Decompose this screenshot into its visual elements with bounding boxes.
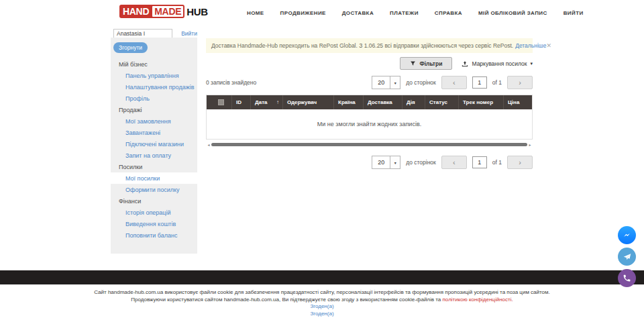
pagination-bottom: 20 ▾ до сторінок ‹ of 1 › [206,155,533,170]
chevron-down-icon: ▾ [390,76,400,89]
prev-page-button[interactable]: ‹ [441,156,467,169]
page-number-input[interactable] [472,156,487,168]
sidebar-item-payment-request[interactable]: Запит на оплату [111,150,197,161]
sidebar-item-my-orders[interactable]: Мої замовлення [111,115,197,127]
col-status[interactable]: Статус [425,95,459,109]
select-all-checkbox[interactable] [218,99,224,105]
nav-item-help[interactable]: СПРАВКА [435,10,462,16]
next-page-button[interactable]: › [507,156,533,169]
sidebar: Згорнути Мій бізнес Панель управління На… [111,38,197,254]
page-number-input[interactable] [472,76,487,89]
sidebar-item-operations-history[interactable]: Історія операцій [111,207,197,218]
col-track-number[interactable]: Трек номер [459,95,504,109]
nav-item-home[interactable]: HOME [247,10,264,16]
sidebar-item-uploaded[interactable]: Завантажені [111,127,197,138]
sidebar-section-my-business: Мій бізнес [111,58,197,70]
sidebar-section-finance: Фінанси [111,195,197,207]
filter-funnel-icon [410,60,416,66]
col-action[interactable]: Дія [402,95,425,109]
messenger-stack [618,226,636,290]
empty-message: Ми не змогли знайти жодних записів. [317,121,421,127]
page-size-value: 20 [372,79,390,86]
scrollbar-thumb[interactable] [211,143,527,146]
cookie-line-1: Сайт handmade-hub.com.ua використовує фа… [0,289,644,297]
logo-box: HAND MADE [119,5,184,18]
col-receiver[interactable]: Одержувач [283,95,334,109]
toolbar: Фільтри Маркування посилок ▾ [206,57,533,70]
privacy-policy-link[interactable]: політикою конфіденційності. [443,297,513,303]
sidebar-section-parcels: Посилки [111,161,197,172]
viber-button[interactable] [618,269,636,287]
cookie-footer: Сайт handmade-hub.com.ua використовує фа… [0,289,644,317]
scroll-left-icon[interactable]: ◂ [206,142,211,147]
scroll-right-icon[interactable]: ▸ [527,142,533,147]
sidebar-section-sales: Продажі [111,104,197,115]
page-size-select[interactable]: 20 ▾ [372,156,400,169]
sort-asc-icon[interactable]: ↑ [276,99,279,105]
logo-hub: HUB [186,6,208,17]
prev-page-button[interactable]: ‹ [441,76,467,89]
nav-item-delivery[interactable]: ДОСТАВКА [342,10,374,16]
col-id[interactable]: ID [232,95,251,109]
banner-close-icon[interactable]: ✕ [546,42,551,49]
logo-made: MADE [152,6,183,17]
col-date[interactable]: Дата ↑ [251,95,283,109]
sidebar-item-top-up-balance[interactable]: Поповнити баланс [111,229,197,241]
nav-item-promotion[interactable]: ПРОДВИЖЕНИЕ [280,10,326,16]
col-delivery[interactable]: Доставка [364,95,402,109]
main-content: Доставка Handmade-Hub переходить на RePo… [206,38,533,170]
page: HAND MADE HUB HOME ПРОДВИЖЕНИЕ ДОСТАВКА … [0,0,644,318]
pager-controls: 20 ▾ до сторінок ‹ of 1 › [372,156,533,169]
logo-hand: HAND [121,6,151,17]
agree-link[interactable]: Згоден(а) [0,303,644,311]
select-all-cell [207,95,232,109]
sidebar-item-sales-settings[interactable]: Налаштування продажів [111,81,197,93]
sidebar-logout-link[interactable]: Вийти [181,30,197,37]
filters-button[interactable]: Фільтри [400,57,452,70]
per-page-label: до сторінок [406,159,436,166]
page-size-value: 20 [372,159,390,166]
top-header: HAND MADE HUB HOME ПРОДВИЖЕНИЕ ДОСТАВКА … [0,0,644,25]
viber-phone-icon [623,274,631,282]
agree-link[interactable]: Згоден(а) [0,311,644,318]
table-empty-state: Ми не змогли знайти жодних записів. [207,109,532,139]
main-nav: HOME ПРОДВИЖЕНИЕ ДОСТАВКА ПЛАТЕЖИ СПРАВК… [247,0,584,25]
horizontal-scrollbar: ◂ ▸ [206,142,533,147]
collapse-sidebar-button[interactable]: Згорнути [113,42,148,53]
telegram-icon [623,252,632,262]
chevron-down-icon: ▾ [530,61,533,66]
sidebar-item-withdraw-funds[interactable]: Виведення коштів [111,218,197,229]
pagination-top: 0 записів знайдено 20 ▾ до сторінок ‹ of… [206,75,533,90]
col-price[interactable]: Ціна [504,95,532,109]
telegram-button[interactable] [618,248,636,266]
col-country[interactable]: Країна [334,95,364,109]
sidebar-item-dashboard[interactable]: Панель управління [111,70,197,81]
footer-bar [0,270,644,284]
sidebar-item-profile[interactable]: Профіль [111,93,197,104]
nav-item-logout[interactable]: ВИЙТИ [564,10,584,16]
sidebar-menu: Мій бізнес Панель управління Налаштуванн… [111,58,197,241]
messenger-icon [622,230,632,240]
facebook-messenger-button[interactable] [618,226,636,244]
cookie-line-2-text: Продовжуючи користуватися сайтом handmad… [131,297,441,303]
sidebar-item-connected-shops[interactable]: Підключені магазини [111,138,197,150]
sidebar-item-create-parcel[interactable]: Оформити посилку [111,184,197,195]
handmade-hub-logo[interactable]: HAND MADE HUB [119,5,208,18]
records-count: 0 записів знайдено [206,79,256,86]
parcel-marking-label: Маркування посилок [472,60,527,67]
col-date-label: Дата [255,99,268,105]
banner-text: Доставка Handmade-Hub переходить на RePo… [211,42,513,49]
page-of-label: of 1 [492,159,502,166]
next-page-button[interactable]: › [507,76,533,89]
banner-details-link[interactable]: Детальніше [515,42,546,49]
sidebar-item-my-parcels[interactable]: Мої посилки [111,172,197,184]
page-size-select[interactable]: 20 ▾ [372,76,400,89]
chevron-down-icon: ▾ [390,156,400,168]
pager-controls: 20 ▾ до сторінок ‹ of 1 › [372,76,533,89]
nav-item-payments[interactable]: ПЛАТЕЖИ [390,10,419,16]
parcel-marking-button[interactable]: Маркування посилок ▾ [462,60,533,67]
nav-item-my-account[interactable]: МІЙ ОБЛІКОВИЙ ЗАПИС [478,10,547,16]
cookie-line-2: Продовжуючи користуватися сайтом handmad… [0,297,644,304]
filters-button-label: Фільтри [419,60,442,67]
notice-banner: Доставка Handmade-Hub переходить на RePo… [206,38,533,53]
